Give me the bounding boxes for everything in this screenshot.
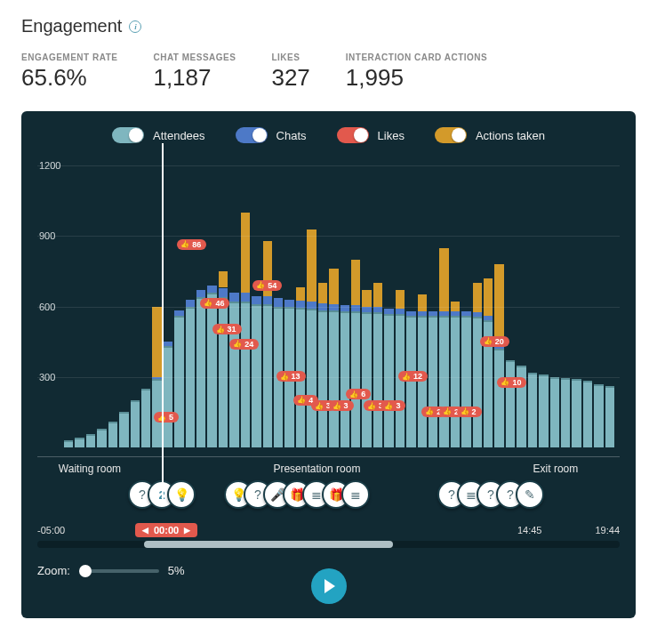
like-count: 46 (215, 299, 224, 308)
gridline (37, 377, 620, 378)
bar-chats (284, 300, 293, 307)
legend-label: Likes (378, 129, 405, 142)
bar-column (506, 360, 515, 447)
legend-toggle[interactable] (112, 127, 144, 143)
legend-item: Likes (337, 127, 405, 143)
like-badge[interactable]: 👍86 (177, 239, 206, 250)
like-count: 20 (495, 337, 504, 346)
bar-attendees (252, 304, 260, 447)
like-badge[interactable]: 👍3 (329, 400, 354, 411)
bar-actions (296, 287, 305, 301)
kpi-1: CHAT MESSAGES1,187 (153, 52, 236, 92)
bar-column (539, 374, 548, 447)
kpi-0: ENGAGEMENT RATE65.6% (21, 52, 117, 92)
like-count: 24 (244, 340, 253, 349)
legend-label: Actions taken (476, 129, 545, 142)
info-icon[interactable]: i (129, 20, 141, 33)
zoom-knob[interactable] (79, 565, 92, 577)
room-segment: Exit room (492, 456, 620, 475)
bar-column (64, 440, 73, 447)
like-badge[interactable]: 👍31 (212, 324, 242, 334)
bar-column (307, 302, 316, 447)
like-badge[interactable]: 👍2 (457, 407, 482, 417)
y-tick-label: 900 (39, 230, 55, 241)
timeline: -05:00 ◀ 00:00 ▶ 14:45 19:44 (37, 525, 620, 535)
step-forward-icon[interactable]: ▶ (184, 526, 190, 535)
bar-column (186, 300, 195, 447)
legend-item: Actions taken (435, 127, 545, 143)
bar-attendees (174, 316, 183, 447)
bar-attendees (429, 316, 437, 447)
like-badge[interactable]: 👍13 (276, 371, 306, 382)
bar-column (605, 386, 614, 447)
like-badge[interactable]: 👍24 (229, 339, 259, 350)
like-badge[interactable]: 👍3 (381, 400, 405, 411)
icon-stack: ?2💡 (137, 480, 196, 509)
like-badge[interactable]: 👍46 (200, 298, 229, 309)
legend-label: Attendees (153, 129, 205, 142)
bar-attendees (494, 349, 503, 447)
room-segments: Waiting roomPresentation roomExit room (37, 456, 620, 475)
play-button[interactable] (311, 568, 347, 604)
bar-attendees (384, 314, 393, 447)
bar-column (384, 309, 393, 447)
zoom-slider[interactable] (79, 569, 159, 573)
time-current-pill[interactable]: ◀ 00:00 ▶ (135, 523, 197, 537)
bar-chats (219, 288, 228, 298)
pencil-icon[interactable]: ✎ (516, 480, 544, 509)
time-scrubber[interactable] (162, 143, 164, 503)
bar-attendees (362, 312, 371, 447)
time-current: 00:00 (154, 525, 179, 535)
legend-toggle[interactable] (337, 127, 369, 143)
bar-column (241, 293, 250, 447)
like-badge[interactable]: 👍20 (480, 336, 509, 347)
bar-attendees (141, 389, 150, 447)
bar-chats (174, 310, 183, 317)
bar-attendees (196, 297, 205, 447)
thumb-icon: 👍 (297, 396, 306, 404)
bar-attendees (528, 373, 537, 447)
thumb-icon: 👍 (402, 373, 411, 381)
bar-chats (274, 298, 283, 306)
legend-toggle[interactable] (435, 127, 467, 143)
bar-attendees (473, 317, 482, 447)
bar-column (561, 378, 570, 447)
like-badge[interactable]: 👍12 (398, 371, 428, 382)
bar-column (263, 296, 272, 447)
like-badge[interactable]: 👍10 (497, 377, 526, 388)
like-badge[interactable]: 👍54 (252, 280, 282, 291)
list-icon[interactable]: ≣ (341, 480, 370, 509)
thumb-icon: 👍 (280, 373, 289, 381)
thumb-icon: 👍 (367, 402, 376, 410)
bar-attendees (550, 377, 559, 447)
bar-column (318, 303, 327, 447)
y-tick-label: 600 (39, 302, 55, 312)
kpi-label: INTERACTION CARD ACTIONS (346, 52, 487, 62)
bar-actions (484, 278, 493, 316)
like-badge[interactable]: 👍5 (154, 412, 179, 423)
gridline (37, 307, 620, 308)
timeline-fill (144, 541, 393, 548)
bar-attendees (219, 297, 228, 447)
legend-toggle[interactable] (236, 127, 268, 143)
room-segment: Waiting room (37, 456, 142, 475)
bar-attendees (64, 440, 73, 447)
like-badge[interactable]: 👍6 (346, 389, 371, 399)
bar-column (329, 304, 338, 447)
bar-attendees (307, 309, 316, 447)
bar-column (229, 293, 238, 447)
step-back-icon[interactable]: ◀ (142, 526, 148, 535)
bar-column (494, 347, 503, 448)
legend-item: Attendees (112, 127, 205, 143)
timeline-track[interactable] (37, 541, 620, 548)
bar-actions (329, 269, 338, 304)
legend-item: Chats (236, 127, 307, 143)
bulb-icon[interactable]: 💡 (167, 480, 196, 509)
bar-attendees (108, 422, 117, 447)
thumb-icon: 👍 (425, 407, 434, 415)
kpi-3: INTERACTION CARD ACTIONS1,995 (346, 52, 487, 92)
bar-attendees (439, 316, 448, 447)
bar-attendees (263, 304, 272, 447)
bar-column (572, 379, 581, 447)
like-count: 54 (268, 281, 276, 290)
